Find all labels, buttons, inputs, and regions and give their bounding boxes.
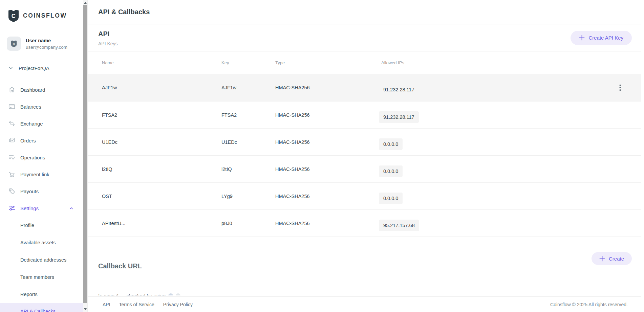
footer-link-terms[interactable]: Terms of Service: [119, 302, 154, 307]
sidebar-item-payment-link[interactable]: Payment link: [0, 166, 83, 183]
settings-sliders-icon: [8, 204, 16, 212]
sidebar-item-profile[interactable]: Profile: [0, 217, 83, 234]
user-email: user@company.com: [26, 45, 67, 50]
table-row[interactable]: U1EDc U1EDc HMAC-SHA256 0.0.0.0: [88, 128, 641, 155]
sidebar-item-label: Operations: [20, 155, 45, 160]
sidebar-item-label: Dedicated addresses: [20, 257, 66, 263]
orders-check-icon: [8, 137, 16, 144]
table-row[interactable]: AJF1w AJF1w HMAC-SHA256 91.232.28.117: [88, 74, 641, 101]
project-selector[interactable]: ProjectForQA: [0, 60, 83, 76]
svg-text:C: C: [12, 13, 16, 19]
table-row[interactable]: APItestU... p8J0 HMAC-SHA256 95.217.157.…: [88, 209, 641, 237]
ip-chip: 0.0.0.0: [379, 165, 403, 177]
operations-list-icon: [8, 154, 16, 161]
column-header-key: Key: [221, 60, 229, 65]
callback-note-clipped: In case if … checked by using: [98, 292, 621, 295]
sidebar-item-dashboard[interactable]: Dashboard: [0, 81, 83, 98]
cell-key: FTSA2: [221, 112, 237, 118]
project-name: ProjectForQA: [19, 65, 49, 71]
sidebar-item-reports[interactable]: Reports: [0, 286, 83, 303]
plus-icon: [579, 35, 585, 41]
cell-type: HMAC-SHA256: [275, 221, 310, 226]
exchange-arrows-icon: [8, 120, 16, 127]
sidebar-item-label: Orders: [20, 138, 36, 143]
tag-icon: [8, 187, 16, 195]
sidebar-scrollbar[interactable]: [83, 0, 87, 312]
create-callback-button[interactable]: Create: [592, 252, 632, 265]
cell-key: U1EDc: [221, 139, 237, 145]
cell-type: HMAC-SHA256: [275, 166, 310, 172]
cell-type: HMAC-SHA256: [275, 112, 310, 118]
sidebar-item-payouts[interactable]: Payouts: [0, 183, 83, 200]
sidebar-item-balances[interactable]: Balances: [0, 98, 83, 115]
cell-name: OST: [102, 194, 112, 199]
ip-chip: 0.0.0.0: [379, 193, 403, 204]
sidebar-item-label: Team members: [20, 274, 54, 280]
cell-name: AJF1w: [102, 85, 117, 90]
cell-allowed-ip: 91.232.28.117: [379, 84, 419, 95]
footer-link-privacy[interactable]: Privacy Policy: [163, 302, 193, 307]
table-row[interactable]: i2tIQ i2tIQ HMAC-SHA256 0.0.0.0: [88, 155, 641, 182]
callback-section-title: Callback URL: [98, 262, 142, 270]
chevron-up-icon: [69, 206, 74, 211]
sidebar-item-label: Balances: [20, 104, 41, 110]
user-name: User name: [26, 38, 67, 43]
cell-key: LYg9: [221, 194, 233, 199]
column-header-allowed-ips: Allowed IPs: [381, 60, 404, 65]
cell-allowed-ip: 91.232.28.117: [379, 111, 419, 123]
note-link-icon: [168, 293, 173, 295]
sidebar-item-orders[interactable]: Orders: [0, 132, 83, 149]
sidebar-item-label: Exchange: [20, 121, 43, 127]
footer: API Terms of Service Privacy Policy Coin…: [88, 296, 641, 312]
credit-card-icon: [8, 103, 16, 110]
chevron-down-icon: [8, 65, 14, 71]
cell-allowed-ip: 0.0.0.0: [379, 138, 403, 150]
scroll-up-arrow-icon[interactable]: [84, 2, 87, 4]
ip-chip: 91.232.28.117: [379, 111, 419, 123]
shield-logo-icon: C: [7, 9, 20, 22]
sidebar-item-label: Payouts: [20, 188, 39, 194]
api-section-title: API: [98, 30, 109, 38]
footer-copyright: Coinsflow © 2025 All rights reserved.: [550, 302, 628, 307]
plus-icon: [599, 256, 605, 262]
sidebar-item-operations[interactable]: Operations: [0, 149, 83, 166]
cell-key: p8J0: [221, 221, 232, 226]
sidebar-item-dedicated-addresses[interactable]: Dedicated addresses: [0, 251, 83, 268]
sidebar-item-api-callbacks[interactable]: API & Callbacks: [0, 303, 83, 312]
scroll-down-arrow-icon[interactable]: [84, 308, 87, 310]
cell-key: i2tIQ: [221, 166, 232, 172]
ip-chip: 0.0.0.0: [379, 138, 403, 150]
sidebar-item-label: Payment link: [20, 172, 49, 177]
scrollbar-thumb[interactable]: [83, 5, 87, 303]
page-header: API & Callbacks: [88, 0, 641, 24]
cell-type: HMAC-SHA256: [275, 85, 310, 90]
create-api-key-button[interactable]: Create API Key: [571, 31, 632, 45]
api-section-header: API API Keys Create API Key: [88, 24, 641, 51]
ip-chip: 91.232.28.117: [379, 84, 419, 95]
create-api-key-label: Create API Key: [588, 35, 623, 41]
callback-note-text: In case if … checked by using: [98, 293, 166, 295]
sidebar-item-label: Settings: [20, 205, 39, 211]
table-row[interactable]: FTSA2 FTSA2 HMAC-SHA256 91.232.28.117: [88, 101, 641, 128]
brand-logo: C COINSFLOW: [7, 9, 67, 22]
footer-link-api[interactable]: API: [103, 302, 110, 307]
sidebar-item-exchange[interactable]: Exchange: [0, 115, 83, 132]
table-row[interactable]: OST LYg9 HMAC-SHA256 0.0.0.0: [88, 182, 641, 209]
api-table-body: AJF1w AJF1w HMAC-SHA256 91.232.28.117 FT…: [88, 74, 641, 237]
column-header-type: Type: [275, 60, 285, 65]
sidebar-item-label: API & Callbacks: [20, 309, 56, 312]
ip-chip: 95.217.157.68: [379, 220, 419, 231]
cell-key: AJF1w: [221, 85, 236, 90]
sidebar-item-team-members[interactable]: Team members: [0, 268, 83, 286]
cell-type: HMAC-SHA256: [275, 139, 310, 145]
avatar: C: [7, 37, 21, 51]
sidebar-item-label: Available assets: [20, 240, 56, 245]
sidebar-item-label: Reports: [20, 292, 38, 297]
main-content: API & Callbacks API API Keys Create API …: [87, 0, 644, 312]
sidebar-item-available-assets[interactable]: Available assets: [0, 234, 83, 251]
sidebar-item-label: Profile: [20, 223, 34, 228]
sidebar-item-settings[interactable]: Settings: [0, 200, 83, 217]
cell-name: APItestU...: [102, 221, 125, 226]
row-actions-kebab-icon[interactable]: [616, 83, 624, 92]
home-icon: [8, 86, 16, 93]
